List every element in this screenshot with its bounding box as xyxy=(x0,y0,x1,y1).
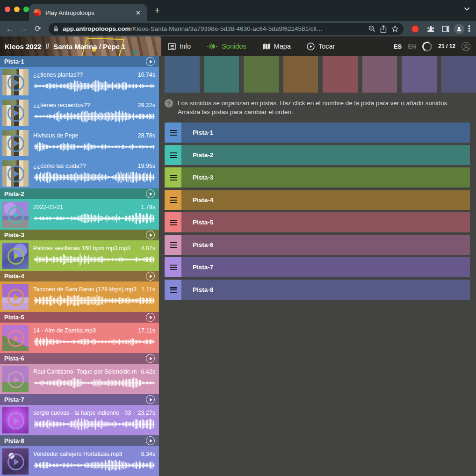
tab-close-icon[interactable]: ✕ xyxy=(134,8,143,17)
drag-handle[interactable] xyxy=(165,123,181,143)
track-play-icon[interactable] xyxy=(146,354,155,363)
tab-sonidos[interactable]: Sonidos xyxy=(207,43,246,50)
sidebar-track-header[interactable]: Pista-1 xyxy=(0,56,159,67)
record-extension-icon[interactable] xyxy=(411,25,419,33)
drag-handle[interactable] xyxy=(165,212,181,232)
sidebar-track-header[interactable]: Pista-8 xyxy=(0,435,159,446)
clip-thumbnail[interactable] xyxy=(2,160,29,187)
clip-item[interactable]: sergio cuevas - la harpe indienne - 03 -… xyxy=(0,405,159,435)
account-icon[interactable] xyxy=(462,42,470,51)
clip-item[interactable]: 2022-03-211.79s xyxy=(0,199,159,230)
track-row[interactable]: Pista-7 xyxy=(165,257,470,277)
window-minimize-button[interactable] xyxy=(14,7,20,12)
clip-item[interactable]: Raul Cantizano- Toque por Solenoide.mp36… xyxy=(0,364,159,394)
sidebar-track-header[interactable]: Pista-5 xyxy=(0,312,159,323)
track-play-icon[interactable] xyxy=(146,57,155,66)
track-row-bar[interactable]: Pista-4 xyxy=(181,190,470,210)
breadcrumb-title[interactable]: Santa Marina / Pepe 1 xyxy=(53,43,125,50)
clip-play-icon[interactable] xyxy=(7,371,24,388)
track-row[interactable]: Pista-3 xyxy=(165,167,470,188)
bookmark-star-icon[interactable] xyxy=(391,25,399,32)
track-row-bar[interactable]: Pista-5 xyxy=(181,212,470,232)
tab-info[interactable]: Info xyxy=(168,43,191,50)
forward-button[interactable]: → xyxy=(18,24,30,34)
track-row-bar[interactable]: Pista-3 xyxy=(181,167,470,188)
clip-item[interactable]: 14 - Aire de Zamba.mp317.11s xyxy=(0,323,159,353)
track-row-bar[interactable]: Pista-2 xyxy=(181,145,470,165)
clip-play-icon[interactable] xyxy=(7,412,24,429)
extensions-puzzle-icon[interactable] xyxy=(427,25,434,33)
track-row-bar[interactable]: Pista-7 xyxy=(181,257,470,277)
clip-item[interactable]: Taconeo de Sara Baras (128 kbps).mp31.11… xyxy=(0,281,159,312)
track-row-bar[interactable]: Pista-1 xyxy=(181,123,470,143)
clip-play-icon[interactable] xyxy=(7,105,24,122)
clip-item[interactable]: Hiviscus de Pepe28.78s xyxy=(0,128,159,158)
track-play-icon[interactable] xyxy=(146,231,155,239)
clip-play-icon[interactable] xyxy=(7,248,24,265)
clip-play-icon[interactable] xyxy=(7,135,24,152)
window-controls[interactable] xyxy=(5,7,29,12)
track-row[interactable]: Pista-2 xyxy=(165,145,470,165)
clip-play-icon[interactable] xyxy=(7,289,24,306)
drag-handle[interactable] xyxy=(165,145,181,165)
clip-thumbnail[interactable] xyxy=(2,243,29,269)
drag-handle[interactable] xyxy=(165,280,181,300)
drag-handle[interactable] xyxy=(165,190,181,210)
clip-item[interactable]: ¿¿como las cuida??19.95s xyxy=(0,158,159,188)
track-row[interactable]: Pista-6 xyxy=(165,235,470,255)
track-play-icon[interactable] xyxy=(146,436,155,445)
clip-thumbnail[interactable] xyxy=(2,366,29,392)
lang-en-button[interactable]: EN xyxy=(408,43,416,50)
clip-play-icon[interactable] xyxy=(7,330,24,347)
track-row-bar[interactable]: Pista-8 xyxy=(181,280,470,300)
zoom-page-icon[interactable] xyxy=(368,25,375,32)
clip-play-icon[interactable] xyxy=(7,454,24,470)
clip-thumbnail[interactable] xyxy=(2,100,29,126)
drag-handle[interactable] xyxy=(165,257,181,277)
track-play-icon[interactable] xyxy=(146,272,155,281)
clip-play-icon[interactable] xyxy=(7,166,24,182)
track-row[interactable]: Pista-4 xyxy=(165,190,470,210)
clip-thumbnail[interactable] xyxy=(2,448,29,475)
track-play-icon[interactable] xyxy=(146,313,155,322)
back-button[interactable]: ← xyxy=(4,24,16,34)
clip-thumbnail[interactable] xyxy=(2,130,29,156)
track-row[interactable]: Pista-5 xyxy=(165,212,470,232)
tab-mapa[interactable]: Mapa xyxy=(262,43,291,50)
drag-handle[interactable] xyxy=(165,235,181,255)
sidebar-track-header[interactable]: Pista-6 xyxy=(0,353,159,364)
track-row-bar[interactable]: Pista-6 xyxy=(181,235,470,255)
clip-play-icon[interactable] xyxy=(7,74,24,91)
drag-handle[interactable] xyxy=(165,167,181,188)
track-play-icon[interactable] xyxy=(146,395,155,404)
clip-thumbnail[interactable] xyxy=(2,202,29,228)
sidebar-track-header[interactable]: Pista-2 xyxy=(0,188,159,199)
clip-thumbnail[interactable] xyxy=(2,284,29,310)
clip-item[interactable]: Vendedor callejero Hortalizas.mp38.34s xyxy=(0,446,159,476)
clip-play-icon[interactable] xyxy=(7,207,24,224)
share-icon[interactable] xyxy=(380,25,387,33)
clip-item[interactable]: Palmas sevillanas 160 bpm mp3.mp34.87s xyxy=(0,240,159,271)
browser-profile-avatar[interactable] xyxy=(454,24,464,34)
sidebar-track-header[interactable]: Pista-7 xyxy=(0,394,159,405)
breadcrumb-project[interactable]: Kleos 2022 xyxy=(5,43,41,50)
tab-tocar[interactable]: Tocar xyxy=(307,43,335,50)
sidebar-track-header[interactable]: Pista-3 xyxy=(0,230,159,240)
sidebar-track-header[interactable]: Pista-4 xyxy=(0,271,159,281)
window-close-button[interactable] xyxy=(5,7,10,12)
side-panel-icon[interactable] xyxy=(442,26,449,32)
tab-search-chevron-icon[interactable] xyxy=(464,7,469,11)
lang-es-button[interactable]: ES xyxy=(394,43,402,50)
clip-item[interactable]: ¿¿tienes plantas??10.74s xyxy=(0,67,159,97)
track-row[interactable]: Pista-8 xyxy=(165,280,470,300)
track-play-icon[interactable] xyxy=(146,189,155,198)
clip-thumbnail[interactable] xyxy=(2,407,29,433)
window-zoom-button[interactable] xyxy=(23,7,29,12)
address-bar[interactable]: app.antropoloops.com /Kleos-Santa-Marina… xyxy=(49,23,404,35)
clip-thumbnail[interactable] xyxy=(2,325,29,351)
reload-button[interactable]: ⟳ xyxy=(32,24,44,34)
browser-menu-icon[interactable]: ••• xyxy=(468,25,470,32)
clip-thumbnail[interactable] xyxy=(2,69,29,95)
clip-item[interactable]: ¿¿tienes recuerdos??29.22s xyxy=(0,97,159,128)
track-row[interactable]: Pista-1 xyxy=(165,123,470,143)
